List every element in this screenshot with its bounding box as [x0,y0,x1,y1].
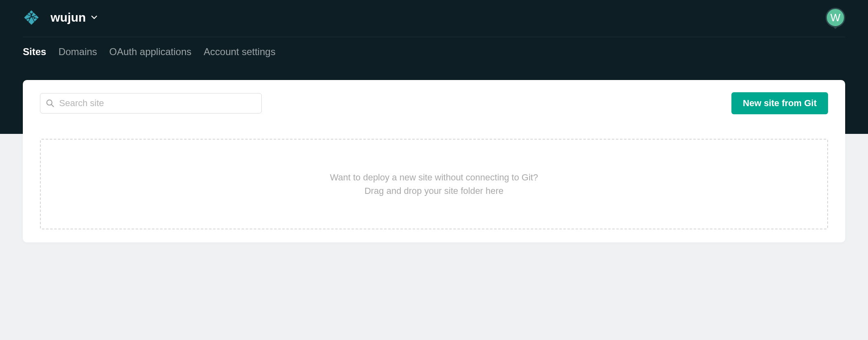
brand-group: wujun [23,9,97,26]
search-wrap [40,93,262,113]
tab-oauth-applications[interactable]: OAuth applications [109,46,191,60]
new-site-from-git-button[interactable]: New site from Git [731,92,828,114]
search-icon [46,99,55,108]
tab-account-settings[interactable]: Account settings [204,46,276,60]
tab-sites[interactable]: Sites [23,46,46,60]
main-card: New site from Git Want to deploy a new s… [23,80,845,242]
svg-rect-0 [24,10,39,25]
team-name: wujun [51,11,86,24]
avatar-initial: W [830,11,841,24]
svg-line-9 [51,104,54,107]
dropzone-text-line2: Drag and drop your site folder here [364,184,504,198]
netlify-logo-icon[interactable] [23,9,40,26]
search-input[interactable] [40,93,262,113]
dropzone-text-line1: Want to deploy a new site without connec… [330,171,538,184]
nav-tabs: Sites Domains OAuth applications Account… [0,37,868,60]
chevron-down-icon [91,14,97,21]
team-switcher[interactable]: wujun [51,11,97,24]
dropzone[interactable]: Want to deploy a new site without connec… [40,139,828,229]
avatar[interactable]: W [826,8,845,27]
top-bar: wujun W [0,0,868,37]
card-top-row: New site from Git [40,92,828,114]
tab-domains[interactable]: Domains [58,46,97,60]
